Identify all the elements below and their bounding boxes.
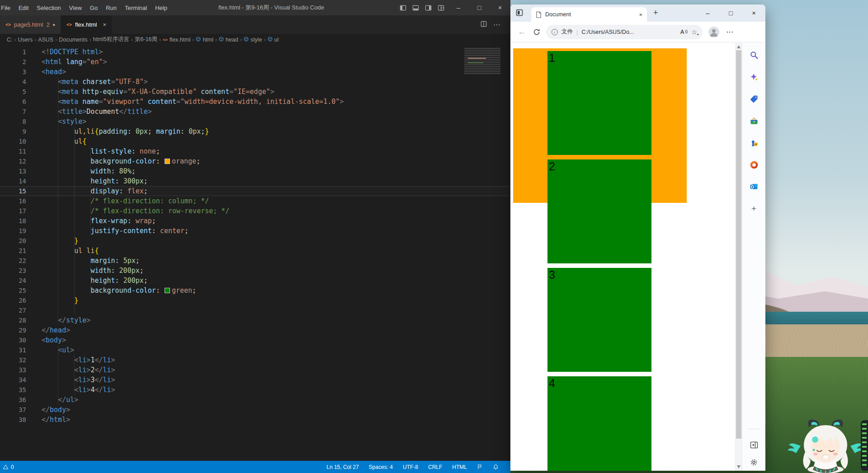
browser-tab-document[interactable]: Document × (531, 7, 647, 22)
menu-item-selection[interactable]: Selection (33, 5, 65, 11)
menu-item-edit[interactable]: Edit (14, 5, 33, 11)
toggle-secondary-sidebar-icon[interactable] (425, 5, 432, 11)
code-line-15[interactable]: 15 display: flex; (0, 186, 510, 196)
sidebar-toolbox-icon[interactable] (748, 115, 760, 127)
sidebar-microsoft-365-icon[interactable] (748, 159, 760, 171)
code-line-36[interactable]: 36 </ul> (0, 395, 510, 405)
split-editor-icon[interactable] (481, 21, 487, 29)
code-line-12[interactable]: 12 background-color: orange; (0, 156, 510, 166)
scroll-down-arrow-icon[interactable] (737, 465, 741, 468)
code-line-17[interactable]: 17 /* flex-direction: row-reverse; */ (0, 206, 510, 216)
cursor-position[interactable]: Ln 15, Col 27 (326, 464, 359, 470)
profile-avatar[interactable] (708, 27, 719, 37)
code-line-4[interactable]: 4 <meta charset="UTF-8"> (0, 77, 510, 87)
code-line-9[interactable]: 9 ul,li{padding: 0px; margin: 0px;} (0, 126, 510, 136)
back-button[interactable]: ← (518, 27, 526, 37)
breadcrumb-item[interactable]: C: (7, 37, 13, 43)
toggle-sidebar-icon[interactable] (400, 5, 406, 11)
code-line-34[interactable]: 34 <li>3</li> (0, 375, 510, 385)
add-favorite-icon[interactable]: ☆+ (691, 28, 697, 36)
notifications-bell-icon[interactable] (493, 464, 499, 470)
encoding[interactable]: UTF-8 (403, 464, 418, 470)
menu-item-help[interactable]: Help (151, 5, 171, 11)
breadcrumb-item[interactable]: 第6-16周 (135, 36, 157, 43)
code-line-31[interactable]: 31 <ul> (0, 345, 510, 355)
page-info-icon[interactable]: i (552, 29, 558, 35)
sidebar-search-icon[interactable] (748, 49, 760, 61)
breadcrumb-item[interactable]: ASUS (38, 37, 53, 43)
tab-close-icon[interactable]: × (639, 11, 642, 18)
scroll-up-arrow-icon[interactable] (737, 45, 741, 48)
menu-item-file[interactable]: File (0, 5, 14, 11)
problems-indicator[interactable]: 0 (0, 464, 14, 470)
code-line-1[interactable]: 1<!DOCTYPE html> (0, 47, 510, 57)
sidebar-outlook-icon[interactable] (748, 181, 760, 192)
breadcrumb-item[interactable]: Documents (59, 37, 87, 43)
code-line-16[interactable]: 16 /* flex-direction: column; */ (0, 196, 510, 206)
edge-maximize-button[interactable]: □ (719, 5, 742, 22)
vscode-maximize-button[interactable]: □ (469, 0, 490, 15)
menu-item-terminal[interactable]: Terminal (121, 5, 151, 11)
breadcrumb-item[interactable]: Users (18, 37, 33, 43)
code-line-8[interactable]: 8 <style> (0, 117, 510, 126)
code-line-19[interactable]: 19 justify-content: center; (0, 226, 510, 236)
code-line-35[interactable]: 35 <li>4</li> (0, 385, 510, 395)
css-color-swatch-icon[interactable] (165, 159, 170, 164)
code-line-22[interactable]: 22 margin: 5px; (0, 256, 510, 266)
code-line-7[interactable]: 7 <title>Document</title> (0, 107, 510, 117)
code-line-13[interactable]: 13 width: 80%; (0, 166, 510, 176)
vscode-close-button[interactable]: × (490, 0, 510, 15)
code-line-37[interactable]: 37</body> (0, 405, 510, 415)
breadcrumb-item[interactable]: style (244, 37, 262, 43)
tab-actions-icon[interactable] (516, 9, 523, 18)
code-line-27[interactable]: 27 (0, 305, 510, 315)
settings-more-icon[interactable]: ··· (726, 28, 734, 35)
sidebar-copilot-icon[interactable] (748, 71, 760, 83)
code-line-20[interactable]: 20 } (0, 236, 510, 246)
code-line-10[interactable]: 10 ul{ (0, 136, 510, 146)
code-line-28[interactable]: 28 </style> (0, 315, 510, 325)
sidebar-shopping-icon[interactable] (748, 93, 760, 105)
code-line-33[interactable]: 33 <li>2</li> (0, 365, 510, 375)
sidebar-games-icon[interactable] (748, 137, 760, 149)
code-line-14[interactable]: 14 height: 300px; (0, 176, 510, 186)
code-line-18[interactable]: 18 flex-wrap: wrap; (0, 216, 510, 226)
menu-item-run[interactable]: Run (102, 5, 121, 11)
editor-tab-page5[interactable]: <> page5.html 2 ● (0, 15, 61, 34)
breadcrumb-item[interactable]: <>flex.html (163, 37, 190, 43)
vscode-minimize-button[interactable]: – (448, 0, 469, 15)
code-line-25[interactable]: 25 background-color: green; (0, 286, 510, 295)
refresh-button[interactable] (533, 28, 540, 36)
code-line-38[interactable]: 38</html> (0, 415, 510, 425)
modified-dot-icon[interactable]: ● (53, 23, 55, 27)
indentation[interactable]: Spaces: 4 (369, 464, 393, 470)
scrollbar-thumb[interactable] (736, 50, 741, 439)
breadcrumb-item[interactable]: head (219, 37, 238, 43)
code-editor[interactable]: 1<!DOCTYPE html>2<html lang="en">3<head>… (0, 45, 510, 461)
feedback-icon[interactable] (477, 464, 483, 470)
code-line-6[interactable]: 6 <meta name="viewport" content="width=d… (0, 97, 510, 107)
sidebar-add-icon[interactable]: + (748, 203, 760, 215)
new-tab-button[interactable]: + (653, 8, 658, 17)
code-line-24[interactable]: 24 height: 200px; (0, 276, 510, 286)
edge-minimize-button[interactable]: – (696, 5, 719, 22)
code-line-2[interactable]: 2<html lang="en"> (0, 57, 510, 67)
customize-layout-icon[interactable] (438, 5, 444, 11)
eol-sequence[interactable]: CRLF (428, 464, 442, 470)
code-line-21[interactable]: 21 ul li{ (0, 246, 510, 256)
language-mode[interactable]: HTML (452, 464, 467, 470)
css-color-swatch-icon[interactable] (165, 288, 170, 293)
minimap[interactable] (464, 48, 500, 74)
code-line-3[interactable]: 3<head> (0, 67, 510, 77)
more-actions-icon[interactable]: ··· (493, 21, 500, 29)
code-line-5[interactable]: 5 <meta http-equiv="X-UA-Compatible" con… (0, 87, 510, 97)
code-line-29[interactable]: 29</head> (0, 325, 510, 335)
toggle-panel-icon[interactable] (412, 5, 419, 11)
code-line-32[interactable]: 32 <li>1</li> (0, 355, 510, 365)
code-line-11[interactable]: 11 list-style: none; (0, 146, 510, 156)
edge-close-button[interactable]: × (742, 5, 765, 22)
menu-item-view[interactable]: View (65, 5, 86, 11)
breadcrumb-item[interactable]: html5程序语言 (93, 36, 129, 43)
editor-tab-flex[interactable]: <> flex.html × (61, 15, 112, 34)
sidebar-settings-gear-icon[interactable] (748, 456, 760, 468)
